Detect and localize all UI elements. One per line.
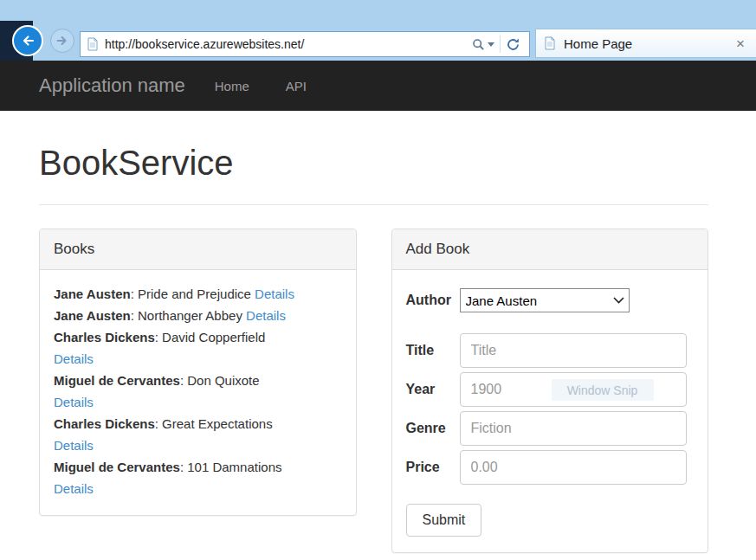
author-select-wrap: Jane Austen bbox=[460, 288, 630, 312]
forward-icon bbox=[55, 34, 69, 48]
book-author: Charles Dickens bbox=[54, 416, 155, 431]
genre-row: Genre bbox=[406, 411, 695, 446]
book-list-item: Jane Austen: Pride and Prejudice Details bbox=[54, 283, 342, 305]
genre-input[interactable] bbox=[460, 411, 687, 446]
navbar-brand[interactable]: Application name bbox=[39, 74, 185, 97]
back-icon bbox=[20, 33, 36, 48]
book-separator: : bbox=[180, 460, 187, 474]
book-author: Jane Austen bbox=[54, 308, 131, 323]
forward-button[interactable] bbox=[50, 29, 74, 53]
book-title: David Copperfield bbox=[162, 330, 265, 344]
close-icon[interactable]: × bbox=[732, 35, 749, 53]
tab-title: Home Page bbox=[564, 36, 732, 51]
add-book-form: Author Jane Austen Title Yea bbox=[392, 270, 708, 552]
book-author: Charles Dickens bbox=[54, 330, 155, 344]
book-separator: : bbox=[131, 286, 138, 301]
title-label: Title bbox=[406, 343, 460, 358]
book-details-link[interactable]: Details bbox=[54, 434, 342, 456]
author-row: Author Jane Austen bbox=[406, 288, 695, 312]
genre-label: Genre bbox=[406, 421, 460, 436]
book-separator: : bbox=[131, 308, 138, 323]
price-label: Price bbox=[406, 460, 460, 475]
year-input[interactable] bbox=[460, 372, 687, 407]
books-panel-title: Books bbox=[40, 229, 356, 270]
book-separator: : bbox=[155, 330, 162, 344]
main-content: BookService Books Jane Austen: Pride and… bbox=[0, 111, 756, 553]
browser-chrome: http://bookservice.azurewebsites.net/ bbox=[0, 0, 756, 61]
book-title: Don Quixote bbox=[187, 373, 259, 388]
refresh-button[interactable] bbox=[501, 32, 526, 56]
author-label: Author bbox=[406, 293, 460, 308]
books-panel: Books Jane Austen: Pride and Prejudice D… bbox=[39, 229, 357, 516]
book-separator: : bbox=[180, 373, 187, 388]
url-text[interactable]: http://bookservice.azurewebsites.net/ bbox=[105, 37, 467, 51]
refresh-icon bbox=[506, 37, 520, 52]
add-book-panel: Add Book Author Jane Austen Title bbox=[391, 229, 709, 553]
book-details-link[interactable]: Details bbox=[255, 286, 294, 301]
book-author: Miguel de Cervantes bbox=[54, 373, 180, 388]
book-author: Jane Austen bbox=[54, 286, 131, 301]
add-book-panel-title: Add Book bbox=[392, 229, 708, 270]
divider bbox=[39, 204, 708, 205]
book-list-item: Miguel de Cervantes: Don Quixote Details bbox=[54, 370, 342, 413]
address-bar: http://bookservice.azurewebsites.net/ bbox=[80, 31, 530, 57]
nav-link-api[interactable]: API bbox=[286, 79, 307, 93]
nav-link-home[interactable]: Home bbox=[215, 79, 249, 93]
book-list-item: Jane Austen: Northanger Abbey Details bbox=[54, 305, 342, 326]
book-list-item: Charles Dickens: Great Expectations Deta… bbox=[54, 413, 342, 456]
page-icon bbox=[86, 37, 100, 51]
book-list-item: Charles Dickens: David Copperfield Detai… bbox=[54, 326, 342, 370]
app-navbar: Application name Home API bbox=[0, 61, 756, 111]
title-row: Title bbox=[406, 333, 695, 368]
submit-button[interactable]: Submit bbox=[406, 504, 482, 537]
chevron-down-icon bbox=[488, 42, 494, 47]
book-details-link[interactable]: Details bbox=[54, 478, 342, 499]
price-input[interactable] bbox=[460, 450, 687, 485]
book-author: Miguel de Cervantes bbox=[54, 460, 180, 474]
back-button[interactable] bbox=[12, 25, 43, 56]
book-title: Northanger Abbey bbox=[138, 308, 242, 323]
book-separator: : bbox=[155, 416, 162, 431]
submit-row: Submit bbox=[406, 504, 695, 537]
author-select[interactable]: Jane Austen bbox=[460, 288, 630, 312]
search-button[interactable] bbox=[467, 32, 500, 56]
browser-tab[interactable]: Home Page × bbox=[535, 29, 756, 58]
book-title: 101 Damnations bbox=[187, 460, 281, 474]
year-label: Year bbox=[406, 382, 460, 397]
books-list: Jane Austen: Pride and Prejudice Details… bbox=[40, 270, 356, 515]
year-row: Year Window Snip bbox=[406, 372, 695, 407]
book-list-item: Miguel de Cervantes: 101 Damnations Deta… bbox=[54, 456, 342, 499]
tab-page-icon bbox=[543, 36, 557, 50]
book-title: Great Expectations bbox=[162, 416, 273, 431]
price-row: Price bbox=[406, 450, 695, 485]
search-icon bbox=[472, 38, 485, 51]
book-details-link[interactable]: Details bbox=[246, 308, 286, 323]
book-title: Pride and Prejudice bbox=[138, 286, 251, 301]
page-title: BookService bbox=[39, 142, 708, 183]
panels-row: Books Jane Austen: Pride and Prejudice D… bbox=[39, 229, 708, 553]
title-input[interactable] bbox=[460, 333, 687, 368]
book-details-link[interactable]: Details bbox=[54, 391, 342, 413]
book-details-link[interactable]: Details bbox=[54, 348, 342, 370]
